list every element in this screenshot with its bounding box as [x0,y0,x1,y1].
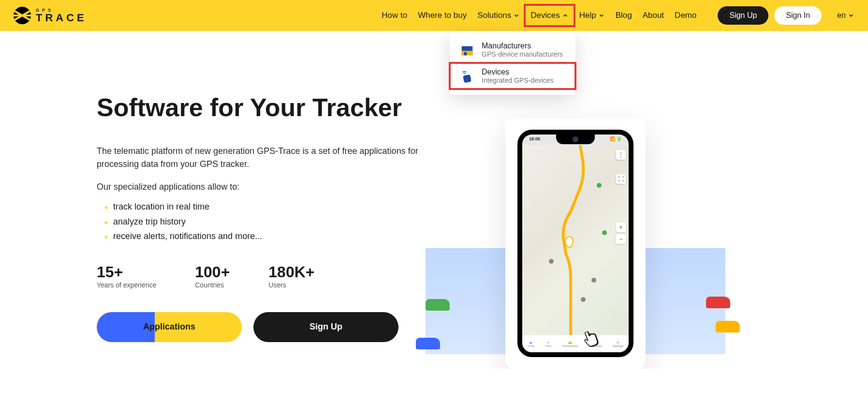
svg-rect-3 [463,75,471,83]
sign-up-button[interactable]: Sign Up [718,6,768,25]
tab-units: ◉Units [528,341,534,347]
phone-time: 18:05 [529,136,540,141]
stat-users: 180K+ Users [268,263,314,289]
layers-icon: ⋮ [616,150,626,160]
hero-section: Software for Your Tracker The telematic … [0,31,868,369]
bullet-1: track location in real time [104,199,445,214]
dropdown-devices-sub: Integrated GPS-devices [482,76,554,84]
svg-rect-1 [462,51,473,55]
hero-heading: Software for Your Tracker [97,94,445,121]
nav-devices-label: Devices [530,11,559,20]
chevron-down-icon [513,12,520,19]
logo-icon [14,7,31,24]
logo-text-trace: TRACE [36,13,87,23]
stat-experience-label: Years of experience [97,281,156,289]
hero-stats: 15+ Years of experience 100+ Countries 1… [97,263,445,289]
stat-countries: 100+ Countries [195,263,230,289]
hero-bullets: track location in real time analyze trip… [97,199,445,244]
stat-countries-num: 100+ [195,263,230,281]
phone-mockup: 18:05 📶 🔋 ⋮ ⛶ + − [517,130,633,357]
bullet-2: analyze trip history [104,214,445,229]
hero-illustration: 18:05 📶 🔋 ⋮ ⛶ + − [474,60,677,369]
hero-desc-2: Our specialized applications allow to: [97,180,445,194]
dropdown-devices-title: Devices [482,68,554,76]
language-selector[interactable]: en [837,11,854,20]
chevron-down-icon [598,12,605,19]
nav-help[interactable]: Help [579,11,605,20]
gps-device-icon [459,68,475,84]
hero-desc-1: The telematic platform of new generation… [97,145,445,171]
fullscreen-icon: ⛶ [616,174,626,184]
phone-map: ⋮ ⛶ + − [522,145,629,335]
phone-status-icons: 📶 🔋 [610,136,622,141]
dropdown-item-devices[interactable]: Devices Integrated GPS-devices [450,63,575,89]
dropdown-manufacturers-title: Manufacturers [482,42,563,50]
car-green-icon [426,299,450,311]
car-yellow-icon [716,321,740,332]
warehouse-icon [459,42,475,58]
car-blue-icon [416,338,440,349]
dropdown-manufacturers-sub: GPS-device manufacturers [482,50,563,58]
chevron-down-icon [848,12,854,19]
nav-where-to-buy[interactable]: Where to buy [418,11,467,20]
stat-experience-num: 15+ [97,263,156,281]
nav-about[interactable]: About [643,11,664,20]
dropdown-item-manufacturers[interactable]: Manufacturers GPS-device manufacturers [450,37,575,63]
devices-dropdown: Manufacturers GPS-device manufacturers D… [450,31,575,95]
hero-buttons: Applications Sign Up [97,312,445,342]
hero-content: Software for Your Tracker The telematic … [97,60,445,369]
phone-card: 18:05 📶 🔋 ⋮ ⛶ + − [505,118,646,369]
phone-bottombar: ◉Units ⟲Trips 🔔●Notifications ▢Geozones … [522,335,629,352]
zoom-in-icon: + [616,223,626,232]
phone-notch [556,135,595,144]
stat-experience: 15+ Years of experience [97,263,156,289]
stat-users-label: Users [268,281,314,289]
route-path-icon [522,145,629,335]
language-label: en [837,11,846,20]
bullet-3: receive alerts, notifications and more..… [104,229,445,244]
car-red-icon [706,297,730,308]
site-header: GPS TRACE How to Where to buy Solutions … [0,0,868,31]
zoom-out-icon: − [616,234,626,244]
svg-rect-2 [464,52,467,56]
sign-up-hero-button[interactable]: Sign Up [253,312,398,342]
main-nav: How to Where to buy Solutions Devices He… [382,6,854,25]
chevron-up-icon [562,12,569,19]
tab-trips: ⟲Trips [545,341,551,347]
nav-solutions[interactable]: Solutions [477,11,520,20]
nav-how-to[interactable]: How to [382,11,407,20]
applications-button[interactable]: Applications [97,312,242,342]
sign-in-button[interactable]: Sign In [774,6,822,25]
stat-users-num: 180K+ [268,263,314,281]
applications-button-label: Applications [143,322,195,332]
nav-devices[interactable]: Devices [530,11,568,20]
logo-text: GPS TRACE [36,8,87,23]
map-pin-icon [581,297,586,302]
tab-notifications: 🔔●Notifications [562,341,578,347]
auth-buttons: Sign Up Sign In [718,6,822,25]
tab-settings: ⚙Settings [613,341,623,347]
nav-solutions-label: Solutions [477,11,511,20]
logo[interactable]: GPS TRACE [14,7,87,24]
stat-countries-label: Countries [195,281,230,289]
nav-help-label: Help [579,11,596,20]
nav-demo[interactable]: Demo [675,11,696,20]
nav-blog[interactable]: Blog [616,11,632,20]
